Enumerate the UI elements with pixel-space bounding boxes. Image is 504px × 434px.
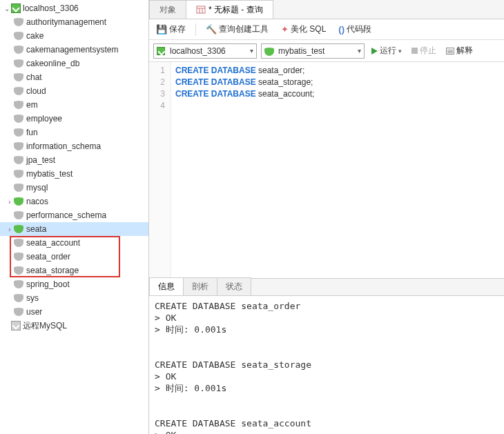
database-node[interactable]: em: [0, 98, 148, 112]
save-icon: 💾: [156, 24, 167, 34]
chevron-right-icon: ›: [6, 226, 14, 233]
database-icon: [14, 280, 23, 288]
database-node[interactable]: user: [0, 305, 148, 319]
database-label: mysql: [26, 183, 48, 193]
database-icon: [14, 32, 23, 40]
database-node[interactable]: sys: [0, 291, 148, 305]
database-node[interactable]: information_schema: [0, 139, 148, 153]
query-builder-button[interactable]: 🔨 查询创建工具: [203, 22, 271, 37]
database-label: seata_storage: [26, 266, 79, 275]
sparkle-icon: ✦: [281, 24, 289, 34]
play-icon: [371, 48, 378, 55]
beautify-button[interactable]: ✦ 美化 SQL: [278, 22, 329, 37]
database-icon: [14, 87, 23, 95]
database-icon: [14, 46, 23, 54]
sidebar: ⌄ localhost_3306 authoritymanagementcake…: [0, 0, 149, 434]
database-icon: [14, 211, 23, 219]
tab-query[interactable]: * 无标题 - 查询: [186, 0, 273, 19]
database-label: seata: [26, 224, 46, 234]
database-label: cakemanagementsystem: [26, 45, 118, 55]
database-label: user: [26, 307, 42, 317]
connection-icon: [157, 47, 165, 55]
database-node[interactable]: performance_schema: [0, 208, 148, 222]
database-label: sys: [26, 293, 39, 303]
database-node[interactable]: authoritymanagement: [0, 15, 148, 29]
database-label: spring_boot: [26, 279, 70, 289]
database-node[interactable]: mybatis_test: [0, 167, 148, 181]
remote-connection-node[interactable]: 远程MySQL: [0, 319, 148, 333]
database-icon: [14, 184, 23, 192]
tab-status[interactable]: 状态: [217, 277, 251, 295]
database-node[interactable]: ›nacos: [0, 195, 148, 208]
run-button[interactable]: 运行 ▾: [369, 43, 405, 58]
toolbar: 💾 保存 🔨 查询创建工具 ✦ 美化 SQL () 代码段: [149, 19, 504, 40]
toolbar-secondary: localhost_3306 ▾ mybatis_test ▾ 运行 ▾ 停止 …: [149, 40, 504, 62]
database-node[interactable]: seata_order: [0, 250, 148, 264]
database-node[interactable]: mysql: [0, 181, 148, 195]
database-node[interactable]: cloud: [0, 84, 148, 98]
database-icon: [14, 73, 23, 81]
database-node[interactable]: jpa_test: [0, 153, 148, 167]
sql-editor[interactable]: 1234 CREATE DATABASE seata_order;CREATE …: [149, 62, 504, 278]
database-node[interactable]: seata_storage: [0, 264, 148, 277]
explain-button[interactable]: 解释: [443, 43, 476, 58]
database-node[interactable]: spring_boot: [0, 277, 148, 291]
tab-objects[interactable]: 对象: [149, 0, 186, 19]
database-label: seata_order: [26, 252, 70, 262]
database-label: authoritymanagement: [26, 17, 106, 27]
database-label: mybatis_test: [26, 169, 72, 179]
database-node[interactable]: cake: [0, 29, 148, 43]
explain-icon: [446, 48, 454, 55]
database-icon: [14, 294, 23, 302]
tool-icon: 🔨: [206, 24, 217, 34]
database-label: performance_schema: [26, 210, 106, 220]
connection-select[interactable]: localhost_3306 ▾: [153, 43, 257, 59]
database-icon: [14, 156, 23, 164]
database-label: fun: [26, 128, 38, 137]
line-gutter: 1234: [149, 62, 171, 278]
database-label: nacos: [26, 197, 48, 206]
database-icon: [14, 101, 23, 109]
result-tabs: 信息 剖析 状态: [149, 278, 504, 296]
code-area[interactable]: CREATE DATABASE seata_order;CREATE DATAB…: [171, 62, 504, 278]
database-node[interactable]: seata_account: [0, 236, 148, 250]
connection-icon: [11, 321, 21, 331]
database-select[interactable]: mybatis_test ▾: [261, 43, 365, 59]
snippet-button[interactable]: () 代码段: [336, 22, 374, 37]
database-label: information_schema: [26, 141, 101, 151]
connection-node[interactable]: ⌄ localhost_3306: [0, 1, 148, 15]
chevron-down-icon: ▾: [250, 47, 253, 55]
main-panel: 对象 * 无标题 - 查询 💾 保存 🔨 查询创建工具 ✦ 美化 SQL () …: [149, 0, 504, 434]
database-icon: [14, 225, 23, 233]
database-node[interactable]: fun: [0, 126, 148, 139]
database-icon: [14, 197, 23, 206]
tab-profile[interactable]: 剖析: [183, 277, 217, 295]
database-icon: [14, 142, 23, 150]
connection-icon: [11, 3, 21, 13]
database-label: cloud: [26, 86, 46, 96]
save-button[interactable]: 💾 保存: [153, 22, 188, 37]
chevron-down-icon: ▾: [358, 47, 361, 55]
output-panel: CREATE DATABASE seata_order > OK > 时间: 0…: [149, 296, 504, 434]
database-node[interactable]: cakemanagementsystem: [0, 43, 148, 57]
database-label: cake: [26, 31, 43, 41]
paren-icon: (): [338, 24, 345, 34]
chevron-down-icon[interactable]: ▾: [398, 48, 402, 55]
database-node[interactable]: cakeonline_db: [0, 57, 148, 70]
tab-info[interactable]: 信息: [149, 277, 184, 295]
database-label: chat: [26, 72, 42, 82]
database-icon: [14, 170, 23, 178]
database-icon: [14, 59, 23, 68]
stop-button: 停止: [409, 43, 439, 58]
database-icon: [14, 18, 23, 26]
database-node[interactable]: ›seata: [0, 222, 148, 236]
database-node[interactable]: chat: [0, 70, 148, 84]
database-label: cakeonline_db: [26, 59, 79, 68]
database-node[interactable]: employee: [0, 112, 148, 126]
database-label: jpa_test: [26, 155, 55, 165]
database-label: seata_account: [26, 238, 80, 248]
database-icon: [14, 308, 23, 316]
database-icon: [14, 128, 23, 137]
database-icon: [14, 239, 23, 247]
svg-rect-0: [197, 6, 205, 13]
